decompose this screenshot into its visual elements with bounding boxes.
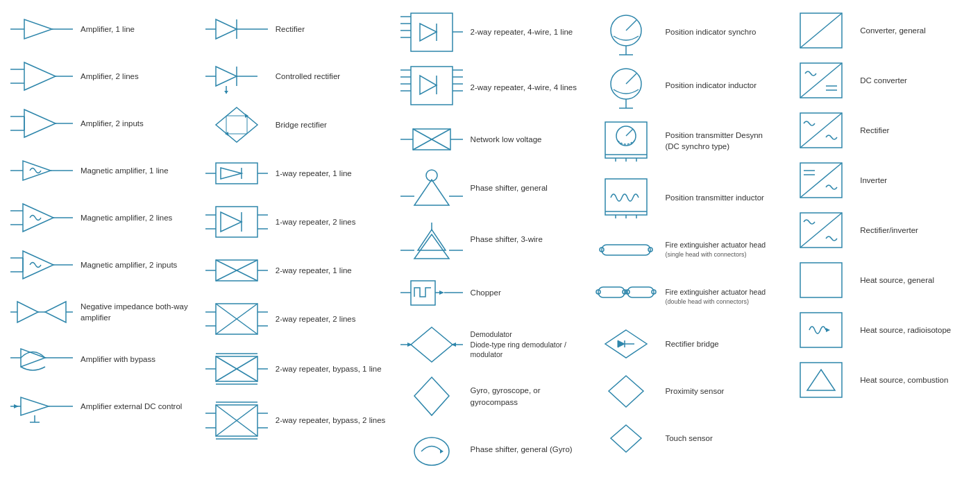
list-item: Rectifier: [201, 6, 390, 53]
list-item: Demodulator Diode-type ring demodulator …: [396, 320, 585, 370]
main-page: Amplifier, 1 line Amplifier, 2 lines: [0, 0, 980, 482]
list-item: Rectifier bridge: [590, 320, 779, 367]
svg-line-191: [800, 213, 842, 248]
magamp2inputs-icon: [7, 248, 76, 282]
svg-marker-108: [420, 76, 437, 94]
repeater1w1l-label: 1-way repeater, 1 line: [271, 168, 389, 179]
gyro-icon: [397, 374, 466, 419]
list-item: Heat source, combustion: [785, 355, 974, 405]
list-item: Heat source, general: [785, 255, 974, 305]
list-item: Gyro, gyroscope, or gyrocompass: [396, 370, 585, 423]
list-item: 2-way repeater, 4-wire, 4 lines: [396, 59, 585, 116]
svg-line-185: [800, 113, 842, 148]
posindinductor-label: Position indicator inductor: [661, 80, 778, 91]
svg-marker-47: [224, 91, 228, 94]
column-2: Rectifier Controlled rectifier: [198, 6, 393, 476]
list-item: 2-way repeater, bypass, 2 lines: [201, 394, 390, 447]
svg-marker-133: [439, 291, 444, 295]
svg-line-179: [800, 13, 842, 48]
svg-marker-25: [17, 302, 38, 322]
list-item: 2-way repeater, 2 lines: [201, 294, 390, 344]
svg-marker-37: [14, 404, 19, 408]
svg-line-153: [626, 129, 633, 136]
networklv-icon: [397, 122, 466, 157]
demodulator-icon: [397, 324, 466, 365]
networklv-label: Network low voltage: [466, 134, 584, 145]
inverter-icon: [786, 159, 856, 201]
svg-marker-63: [221, 212, 242, 232]
bridgerect-icon: [202, 104, 271, 146]
phaseshiftgen-label: Phase shifter, general: [466, 182, 584, 193]
amp2inputs-label: Amplifier, 2 inputs: [76, 118, 194, 129]
svg-marker-138: [407, 343, 412, 347]
svg-line-148: [626, 73, 636, 84]
ampbypass-label: Amplifier with bypass: [76, 354, 194, 365]
list-item: Phase shifter, general (Gyro): [396, 423, 585, 476]
amp1line-icon: [7, 15, 76, 43]
posindinductor-icon: [591, 63, 661, 108]
repeater4w1l-icon: [397, 10, 466, 55]
rectifier5-label: Rectifier: [856, 125, 973, 136]
svg-marker-43: [216, 67, 237, 86]
magamp2inputs-label: Magnetic amplifier, 2 inputs: [76, 259, 194, 270]
magamp1line-icon: [7, 157, 76, 184]
list-item: Negative impedance both-way amplifier: [6, 288, 195, 336]
heatsourcegen-icon: [786, 259, 856, 301]
column-3: 2-way repeater, 4-wire, 1 line: [393, 6, 588, 476]
list-item: Amplifier, 2 inputs: [6, 100, 195, 147]
svg-marker-122: [414, 180, 449, 205]
svg-marker-177: [611, 425, 641, 452]
repeater4w1l-label: 2-way repeater, 4-wire, 1 line: [466, 26, 584, 37]
postransinductor-icon: [591, 173, 661, 222]
phaseshiftgen-icon: [397, 167, 466, 209]
svg-line-144: [626, 20, 636, 31]
posindsynchro-icon: [591, 10, 661, 55]
amp2lines-icon: [7, 59, 76, 94]
posindsynchro-label: Position indicator synchro: [661, 26, 778, 37]
svg-marker-139: [451, 343, 456, 347]
list-item: Rectifier/inverter: [785, 205, 974, 255]
svg-marker-194: [826, 328, 830, 332]
svg-rect-56: [216, 163, 257, 184]
svg-rect-166: [598, 287, 625, 297]
repeater2w1l-label: 2-way repeater, 1 line: [271, 265, 389, 276]
svg-marker-173: [618, 340, 625, 347]
svg-marker-140: [414, 377, 449, 415]
svg-marker-13: [23, 161, 51, 180]
list-item: Rectifier: [785, 105, 974, 155]
column-1: Amplifier, 1 line Amplifier, 2 lines: [3, 6, 198, 476]
svg-marker-17: [23, 204, 53, 232]
phaseshiftgyro-label: Phase shifter, general (Gyro): [466, 444, 584, 455]
repeater1w1l-icon: [202, 156, 271, 191]
list-item: Proximity sensor: [590, 367, 779, 415]
fireexthead2-label: Fire extinguisher actuator head (double …: [661, 287, 778, 306]
list-item: Phase shifter, 3-wire: [396, 213, 585, 266]
rectifier-icon: [202, 15, 271, 43]
list-item: Heat source, radioisotope: [785, 305, 974, 355]
inverter-label: Inverter: [856, 175, 973, 186]
convertergen-label: Converter, general: [856, 25, 973, 36]
fireexthead1-icon: [591, 238, 661, 262]
controlrect-icon: [202, 59, 271, 94]
list-item: Phase shifter, general: [396, 163, 585, 213]
repeater1w2l-label: 1-way repeater, 2 lines: [271, 216, 389, 227]
list-item: Amplifier, 1 line: [6, 6, 195, 53]
list-item: Touch sensor: [590, 415, 779, 462]
list-item: Position transmitter inductor: [590, 169, 779, 226]
amp2inputs-icon: [7, 106, 76, 141]
repeater2w2l-label: 2-way repeater, 2 lines: [271, 313, 389, 324]
ampextdc-label: Amplifier external DC control: [76, 401, 194, 412]
repeater2w1l-icon: [202, 253, 271, 288]
column-4: Position indicator synchro Position indi…: [587, 6, 782, 476]
magamp2lines-icon: [7, 200, 76, 235]
svg-rect-192: [800, 263, 842, 297]
list-item: Magnetic amplifier, 2 lines: [6, 194, 195, 241]
svg-marker-57: [221, 168, 242, 179]
svg-marker-142: [440, 449, 443, 453]
amp1line-label: Amplifier, 1 line: [76, 24, 194, 35]
rectinverter-icon: [786, 209, 856, 251]
list-item: 2-way repeater, 4-wire, 1 line: [396, 6, 585, 59]
controlrect-label: Controlled rectifier: [271, 71, 389, 82]
repeater2wbypass2l-icon: [202, 398, 271, 443]
ampbypass-icon: [7, 340, 76, 379]
